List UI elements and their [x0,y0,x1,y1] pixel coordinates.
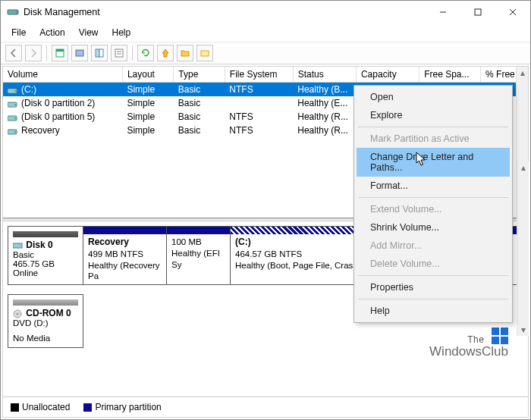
svg-rect-14 [201,51,209,56]
svg-point-18 [14,104,16,105]
menu-item[interactable]: Shrink Volume... [357,218,510,237]
menu-item[interactable]: Help [357,302,510,320]
maximize-button[interactable] [460,1,495,24]
close-button[interactable] [495,1,530,24]
column-header[interactable]: Layout [122,67,173,83]
menubar: FileActionViewHelp [1,24,530,42]
context-menu: OpenExploreMark Partition as ActiveChang… [353,85,513,323]
menu-item: Delete Volume... [357,255,510,273]
forward-button[interactable] [25,45,42,61]
legend-item: Primary partition [83,402,161,412]
svg-rect-3 [475,9,481,15]
menu-item[interactable]: Format... [357,177,510,195]
svg-point-20 [14,118,16,119]
column-header[interactable]: Free Spa... [419,67,481,83]
partition[interactable]: Recovery499 MB NTFSHealthy (Recovery Pa [83,226,167,285]
menu-view[interactable]: View [73,25,105,40]
column-header[interactable]: Capacity [356,67,419,83]
menu-item: Extend Volume... [357,200,510,218]
svg-point-25 [17,313,19,315]
menu-item[interactable]: Open [357,88,510,106]
disk-info[interactable]: Disk 0Basic465.75 GBOnline [8,226,83,285]
partition[interactable]: 100 MBHealthy (EFI Sy [167,226,231,285]
menu-item[interactable]: Explore [357,106,510,124]
column-header[interactable]: Type [174,67,225,83]
menu-file[interactable]: File [5,25,32,40]
svg-rect-8 [76,50,83,56]
refresh-icon[interactable] [137,45,154,61]
svg-rect-11 [115,49,123,57]
menu-item[interactable]: Change Drive Letter and Paths... [357,148,510,177]
toolbar-icon[interactable] [91,45,108,61]
legend-item: Unallocated [11,402,70,412]
disk-info[interactable]: CD-ROM 0DVD (D:)No Media [8,294,83,348]
app-icon [7,6,19,18]
back-button[interactable] [5,45,22,61]
svg-point-16 [14,90,16,92]
menu-item: Add Mirror... [357,237,510,255]
column-header[interactable]: Volume [3,67,122,83]
svg-point-22 [14,131,16,133]
scrollbar[interactable]: ▴▾ [517,221,528,336]
folder-icon[interactable] [177,45,193,61]
titlebar[interactable]: Disk Management [1,1,530,24]
toolbar-icon[interactable] [71,45,88,61]
svg-rect-10 [99,49,103,57]
menu-item: Mark Partition as Active [357,130,510,148]
svg-point-1 [16,11,17,13]
toolbar-icon[interactable] [52,45,68,61]
menu-help[interactable]: Help [106,25,137,40]
svg-rect-7 [56,49,64,52]
menu-item[interactable]: Properties [357,278,510,296]
properties-icon[interactable] [111,45,127,61]
minimize-button[interactable] [426,1,460,24]
legend: UnallocatedPrimary partition [3,396,528,417]
column-header[interactable]: File System [225,67,293,83]
column-header[interactable]: Status [293,67,356,83]
toolbar-icon[interactable] [196,45,213,61]
svg-rect-9 [96,49,99,57]
menu-action[interactable]: Action [33,25,71,40]
toolbar [1,42,530,64]
svg-rect-23 [13,243,22,248]
up-icon[interactable] [157,45,174,61]
window-title: Disk Management [24,7,426,17]
